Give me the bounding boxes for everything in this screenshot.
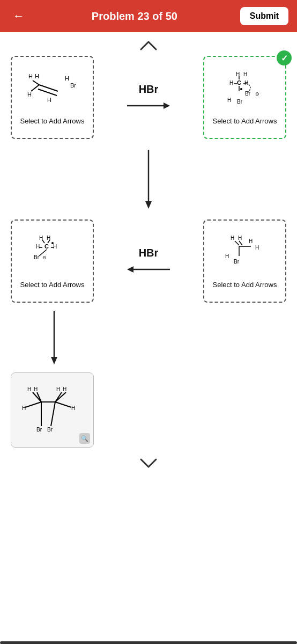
chevron-down-icon [140, 458, 157, 469]
svg-text:H: H [229, 80, 233, 86]
svg-text:H: H [36, 244, 40, 250]
reagent-col-2: HBr [127, 247, 170, 275]
reaction-row-2: H H H C H Br ⊖ Select to Add Arrows [0, 219, 297, 303]
zoom-icon[interactable]: 🔍 [79, 433, 90, 444]
svg-line-48 [235, 241, 239, 245]
svg-text:H: H [56, 386, 60, 392]
svg-text:⊖: ⊖ [255, 91, 259, 97]
svg-line-9 [31, 85, 39, 91]
reactant-molecule-2: H H H C H Br ⊖ [23, 232, 82, 281]
svg-marker-11 [164, 103, 170, 109]
svg-text:Br: Br [36, 427, 42, 433]
product-box-2[interactable]: H H H H Br H Select to Add Arrows [203, 219, 286, 303]
svg-text:H: H [249, 238, 253, 244]
svg-text:H: H [244, 80, 248, 86]
page-title: Problem 23 of 50 [29, 10, 240, 23]
arrow-down-1 [143, 150, 154, 209]
final-row: H H H H H H Br Br [0, 372, 297, 448]
svg-text:H: H [227, 97, 231, 103]
svg-text:H: H [231, 235, 234, 241]
arrow-down-2 [48, 311, 60, 364]
svg-text:⊖: ⊖ [42, 255, 47, 260]
header: ← Problem 23 of 50 Submit [0, 0, 297, 32]
chevron-up-icon [140, 40, 157, 50]
svg-marker-54 [51, 357, 57, 364]
svg-text:H: H [255, 245, 259, 251]
svg-text:H: H [225, 253, 229, 259]
svg-text:H: H [34, 386, 38, 392]
svg-text:H: H [63, 386, 66, 392]
scroll-down-area[interactable] [0, 448, 297, 474]
final-molecule: H H H H H H Br Br [18, 380, 87, 440]
svg-marker-42 [127, 266, 133, 273]
svg-line-8 [33, 80, 39, 85]
select-arrows-label-2: Select to Add Arrows [20, 281, 85, 290]
arrow-left-2 [127, 264, 170, 275]
svg-text:H: H [47, 97, 51, 103]
svg-marker-27 [145, 201, 152, 209]
arrow-right-1 [127, 100, 170, 112]
reactant-molecule-1: H H H Br H H [23, 69, 82, 117]
svg-text:H: H [22, 405, 26, 411]
svg-text:H: H [238, 235, 242, 241]
product-molecule-2: H H H H Br H [216, 232, 274, 281]
svg-text:H: H [27, 386, 31, 392]
svg-text:H: H [53, 244, 57, 250]
select-arrows-label-3: Select to Add Arrows [213, 281, 277, 290]
svg-text:C: C [237, 79, 241, 86]
svg-text:H: H [28, 73, 33, 79]
svg-line-36 [42, 240, 44, 243]
svg-point-17 [240, 88, 242, 90]
select-arrows-label-1: Select to Add Arrows [20, 117, 85, 126]
svg-text:Br: Br [245, 91, 251, 97]
svg-text:H: H [35, 73, 39, 79]
reactant-box-2[interactable]: H H H C H Br ⊖ Select to Add Arrows [11, 219, 94, 303]
checkmark-icon: ✓ [277, 50, 292, 65]
reagent-col-1: HBr [127, 83, 170, 112]
product-molecule-1: H H H C H Br ⊖ H Br [216, 69, 274, 117]
vert-arrow-1 [0, 139, 297, 219]
scroll-up-area[interactable] [0, 32, 297, 56]
svg-text:Br: Br [70, 82, 76, 89]
bottom-bar [0, 641, 297, 644]
svg-text:Br: Br [47, 427, 53, 433]
select-arrows-label-product-1: Select to Add Arrows [213, 117, 277, 126]
reagent-label-1: HBr [132, 83, 165, 96]
svg-text:Br: Br [234, 259, 240, 265]
svg-line-63 [33, 392, 41, 402]
svg-text:H: H [71, 405, 75, 411]
svg-text:H: H [243, 71, 247, 77]
svg-line-69 [55, 402, 71, 407]
product-box-1[interactable]: ✓ H H H C H Br ⊖ H Br [203, 56, 286, 139]
svg-text:H: H [65, 75, 69, 82]
back-button[interactable]: ← [9, 5, 29, 27]
submit-button[interactable]: Submit [240, 7, 288, 25]
svg-text:Br: Br [34, 254, 40, 260]
svg-line-71 [51, 402, 55, 426]
svg-text:Br: Br [237, 99, 243, 105]
final-product-box[interactable]: H H H H H H Br Br [11, 372, 94, 448]
reaction-row-1: H H H Br H H Select to Add Arrows HBr [0, 56, 297, 139]
reagent-label-2: HBr [132, 247, 165, 259]
svg-text:C: C [44, 243, 49, 250]
reactant-box-1[interactable]: H H H Br H H Select to Add Arrows [11, 56, 94, 139]
vert-arrow-2 [0, 303, 297, 372]
svg-line-67 [25, 402, 41, 407]
main-content: H H H Br H H Select to Add Arrows HBr [0, 32, 297, 496]
svg-line-47 [239, 241, 242, 245]
svg-text:H: H [27, 91, 32, 98]
